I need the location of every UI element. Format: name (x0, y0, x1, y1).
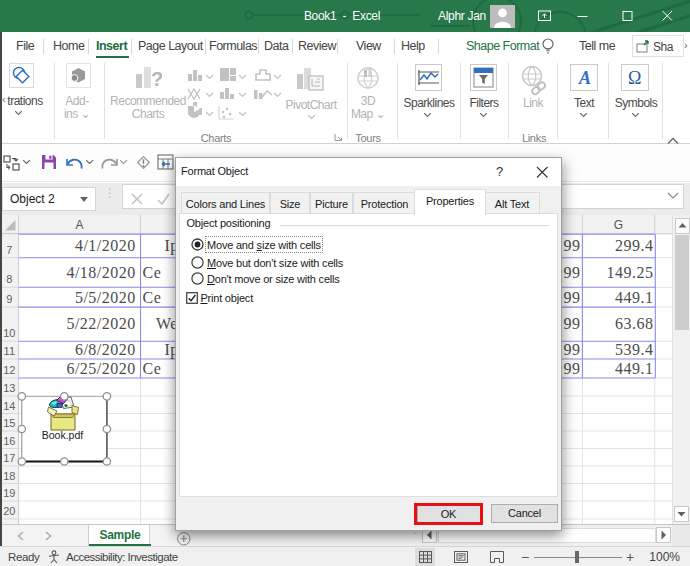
svg-text:G: G (614, 218, 623, 232)
svg-text:449.1: 449.1 (615, 360, 654, 377)
svg-text:13: 13 (3, 382, 15, 394)
svg-text:10: 10 (3, 327, 15, 339)
svg-text:18: 18 (3, 470, 15, 482)
svg-text:5/22/2020: 5/22/2020 (66, 315, 135, 332)
svg-text:19: 19 (3, 487, 15, 499)
svg-text:6/25/2020: 6/25/2020 (66, 360, 135, 377)
svg-text:Ω: Ω (628, 68, 641, 88)
svg-text:99: 99 (563, 315, 580, 332)
svg-text:4/1/2020: 4/1/2020 (75, 237, 136, 254)
svg-text:63.68: 63.68 (615, 315, 654, 332)
svg-text:A: A (578, 68, 591, 88)
svg-text:5/5/2020: 5/5/2020 (75, 289, 136, 306)
svg-text:11: 11 (4, 345, 15, 357)
svg-text:4/18/2020: 4/18/2020 (66, 264, 135, 281)
svg-text:16: 16 (3, 435, 15, 447)
svg-text:Ce: Ce (143, 289, 162, 306)
svg-text:14: 14 (3, 400, 15, 412)
svg-text:99: 99 (563, 341, 580, 358)
svg-text:99: 99 (563, 289, 580, 306)
svg-text:?: ? (151, 68, 162, 90)
svg-text:6/8/2020: 6/8/2020 (75, 341, 136, 358)
svg-text:7: 7 (6, 244, 12, 256)
svg-text:449.1: 449.1 (615, 289, 654, 306)
svg-text:149.25: 149.25 (607, 264, 654, 281)
svg-text:299.4: 299.4 (615, 237, 654, 254)
svg-text:99: 99 (563, 360, 580, 377)
svg-text:99: 99 (563, 237, 580, 254)
svg-text:12: 12 (3, 364, 15, 376)
svg-text:17: 17 (3, 452, 15, 464)
svg-text:Ce: Ce (143, 264, 162, 281)
svg-text:15: 15 (3, 417, 15, 429)
svg-text:Ce: Ce (143, 360, 162, 377)
svg-text:20: 20 (3, 505, 15, 517)
svg-text:A: A (75, 218, 83, 232)
svg-text:Book.pdf: Book.pdf (42, 429, 84, 441)
svg-text:539.4: 539.4 (615, 341, 654, 358)
svg-text:8: 8 (6, 273, 12, 285)
svg-text:9: 9 (6, 293, 12, 305)
svg-text:99: 99 (563, 264, 580, 281)
